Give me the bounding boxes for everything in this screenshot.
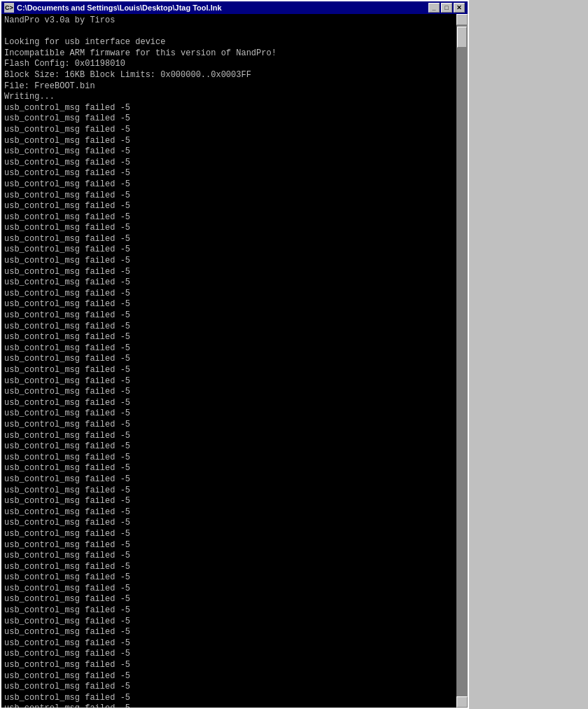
scrollbar-track[interactable] bbox=[456, 25, 468, 696]
minimize-button[interactable]: _ bbox=[428, 3, 440, 13]
terminal-content: NandPro v3.0a by Tiros Looking for usb i… bbox=[4, 15, 465, 708]
vertical-scrollbar[interactable]: ▲ ▼ bbox=[456, 14, 468, 708]
titlebar: C> C:\Documents and Settings\Louis\Deskt… bbox=[1, 1, 468, 14]
desktop-area bbox=[469, 13, 588, 709]
titlebar-buttons: _ □ ✕ bbox=[428, 3, 465, 13]
terminal-window: C> C:\Documents and Settings\Louis\Deskt… bbox=[0, 0, 469, 709]
window-title: C:\Documents and Settings\Louis\Desktop\… bbox=[17, 4, 222, 12]
terminal-output: NandPro v3.0a by Tiros Looking for usb i… bbox=[1, 14, 468, 708]
scroll-down-button[interactable]: ▼ bbox=[456, 696, 468, 708]
window-icon: C> bbox=[4, 3, 14, 13]
titlebar-title: C> C:\Documents and Settings\Louis\Deskt… bbox=[4, 3, 222, 13]
scrollbar-thumb[interactable] bbox=[457, 27, 467, 48]
close-button[interactable]: ✕ bbox=[454, 3, 465, 13]
maximize-button[interactable]: □ bbox=[441, 3, 452, 13]
scroll-up-button[interactable]: ▲ bbox=[456, 14, 468, 25]
